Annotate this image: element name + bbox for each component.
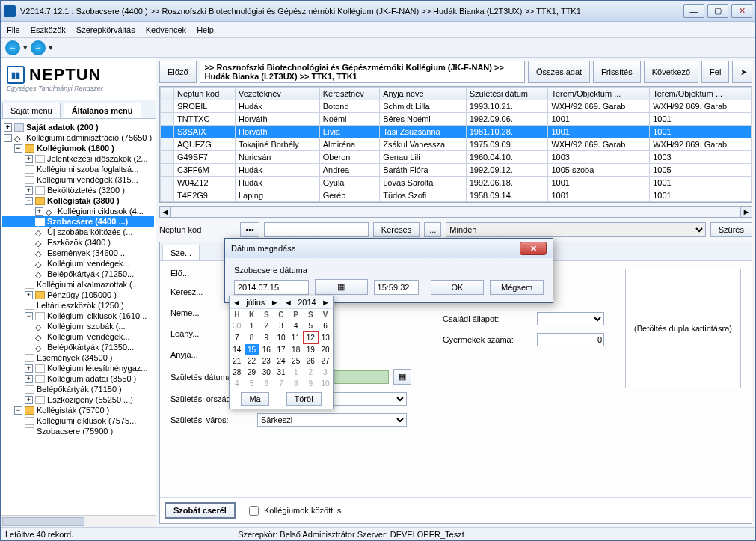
cal-next-month-icon[interactable]: ► [271,298,279,307]
search-mode-button[interactable]: ••• [240,222,259,237]
tree-esemenyek34[interactable]: Események (34600 ... [2,248,154,258]
birthcity-select[interactable]: Sárkeszi [257,413,407,427]
calendar-day[interactable]: 13 [318,332,333,344]
grid-header[interactable]: Keresztnév [319,88,379,100]
calendar-day[interactable]: 2 [304,367,319,378]
modal-ok-button[interactable]: OK [431,280,485,295]
prev-button[interactable]: Előző [159,61,197,83]
calendar-day[interactable]: 7 [230,332,245,344]
calendar-day[interactable]: 31 [274,367,289,378]
calendar-day[interactable]: 3 [318,367,333,378]
tree-eszkozok34[interactable]: Eszközök (3400 ) [2,237,154,248]
tree-koll-vendeg2[interactable]: Kollégiumi vendégek... [2,331,154,342]
tree-szobacsere[interactable]: Szobacsere (4400 ...) [2,216,154,227]
tree-szobacsere759[interactable]: Szobacsere (75900 ) [2,426,154,436]
calendar-day[interactable]: 28 [230,367,245,378]
calendar-day[interactable]: 21 [230,355,245,367]
calendar-day[interactable]: 30 [230,320,245,332]
modal-date-input[interactable] [234,280,309,295]
calendar-day[interactable]: 16 [259,344,274,356]
calendar-day[interactable]: 9 [304,378,319,389]
nav-forward-button[interactable]: → [31,40,46,55]
close-button[interactable]: ✕ [731,4,752,18]
cal-today-button[interactable]: Ma [241,392,268,406]
tree-eszkozig[interactable]: +Eszközigény (55250 ...) [2,394,154,405]
calendar-day[interactable]: 1 [289,367,304,378]
tree-koll-vendeg[interactable]: Kollégiumi vendégek... [2,258,154,269]
tree-leltari[interactable]: Leltári eszközök (1250 ) [2,300,154,311]
cal-clear-button[interactable]: Töröl [286,392,322,406]
tree-bekolt[interactable]: +Beköltöztetés (3200 ) [2,185,154,195]
calendar-day[interactable]: 6 [259,378,274,389]
calendar-day[interactable]: 10 [318,378,333,389]
grid-header[interactable]: Születési dátum [466,88,548,100]
table-row[interactable]: T4E2G9LapingGerébTüdos Szofi1958.09.14.1… [161,189,752,202]
calendar-day[interactable]: 23 [259,355,274,367]
calendar-day[interactable]: 17 [274,344,289,356]
calendar-day[interactable]: 14 [230,344,245,356]
between-dorms-row[interactable]: Kollégiumok között is [246,504,341,518]
detail-tab-personal[interactable]: Sze... [162,245,200,260]
calendar-day[interactable]: 6 [318,320,333,332]
tree-ujszoba[interactable]: Új szobába költözés (... [2,227,154,237]
calendar-day[interactable]: 12 [304,332,319,344]
swap-room-button[interactable]: Szobát cserél [165,502,236,519]
tree-view[interactable]: +Saját adatok (200 ) −Kollégiumi adminis… [1,119,156,515]
tree-esemenyek345[interactable]: Események (34500 ) [2,352,154,363]
modal-close-button[interactable]: ✕ [520,242,547,255]
table-row[interactable]: G49SF7NuricsánOberonGenau Lili1960.04.10… [161,151,752,164]
cal-next-year-icon[interactable]: ► [322,298,330,307]
calendar-day[interactable]: 3 [274,320,289,332]
tree-ciklusok16[interactable]: −Kollégiumi ciklusok (1610... [2,311,154,321]
cal-year[interactable]: 2014 [298,298,316,307]
calendar-day[interactable]: 18 [289,344,304,356]
menu-role[interactable]: Szerepkörváltás [76,25,135,34]
tree-szobafog[interactable]: Kollégiumi szoba foglaltsá... [2,164,154,174]
refresh-button[interactable]: Frissítés [593,61,641,83]
tree-hscroll[interactable] [1,515,156,527]
calendar-day[interactable]: 15 [245,344,259,356]
table-row[interactable]: S3SAIXHorváthLíviaTasi Zsuzsanna1981.10.… [161,126,752,138]
search-more-button[interactable]: ... [424,222,441,237]
calendar-day[interactable]: 24 [274,355,289,367]
calendar-day[interactable]: 20 [318,344,333,356]
cal-prev-month-icon[interactable]: ◄ [233,298,241,307]
cal-month[interactable]: július [246,298,265,307]
grid-header[interactable]: Neptun kód [174,88,236,100]
all-data-button[interactable]: Összes adat [528,61,590,83]
search-button[interactable]: Keresés [373,222,420,237]
table-row[interactable]: C3FF6MHudákAndreaBaráth Flóra1992.09.12.… [161,164,752,177]
table-row[interactable]: W04Z12HudákGyulaLovas Sarolta1992.06.18.… [161,177,752,189]
calendar-day[interactable]: 22 [245,355,259,367]
tree-belepo713[interactable]: Belépőkártyák (71350... [2,342,154,352]
modal-date-picker-icon[interactable]: ▦ [315,279,368,295]
table-row[interactable]: SROEILHudákBotondSchmidt Lilla1993.10.21… [161,100,752,113]
tree-adatai[interactable]: +Kollégium adatai (3550 ) [2,373,154,384]
menu-file[interactable]: File [7,25,20,34]
calendar-day[interactable]: 30 [259,367,274,378]
calendar-day[interactable]: 2 [259,320,274,332]
menu-favs[interactable]: Kedvencek [146,25,186,34]
birthdate-picker-icon[interactable]: ▦ [393,369,411,385]
next-button[interactable]: Következő [644,61,698,83]
calendar-day[interactable]: 19 [304,344,319,356]
up-button[interactable]: Fel [701,61,729,83]
tree-letesitmeny[interactable]: +Kollégium létesítménygaz... [2,363,154,373]
search-input[interactable] [264,222,369,237]
menu-tools[interactable]: Eszközök [31,25,66,34]
nav-back-dropdown-icon[interactable]: ▾ [23,43,28,52]
filter-select[interactable]: Minden [446,222,705,237]
tree-kollegistak757[interactable]: −Kollégisták (75700 ) [2,405,154,415]
tree-vendeg31[interactable]: Kollégiumi vendégek (315... [2,174,154,185]
grid-hscroll[interactable]: ◄ ► [159,206,752,218]
tree-kollegiumok[interactable]: −Kollégiumok (1800 ) [2,143,154,153]
between-dorms-checkbox[interactable] [249,506,259,516]
calendar-day[interactable]: 11 [289,332,304,344]
tree-ciklusok757[interactable]: Kollégiumi ciklusok (7575... [2,415,154,426]
modal-time-input[interactable] [374,280,419,295]
pin-button[interactable]: -➤ [732,61,752,83]
tree-kollegistak[interactable]: −Kollégisták (3800 ) [2,195,154,206]
grid-header[interactable]: Anyja neve [380,88,467,100]
tree-belepo711[interactable]: Belépőkártyák (71150 ) [2,384,154,394]
calendar-day[interactable]: 5 [245,378,259,389]
